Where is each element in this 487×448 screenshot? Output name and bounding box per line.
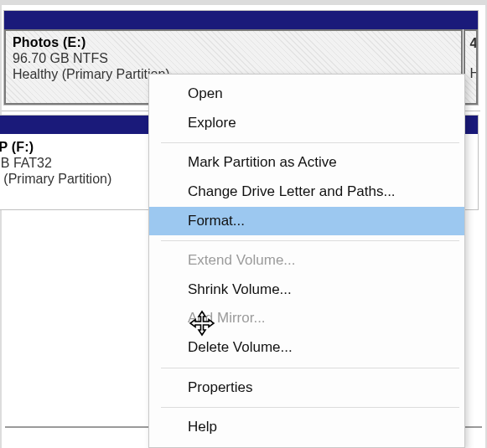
menu-item-explore[interactable]: Explore <box>149 109 464 138</box>
menu-item-delete-volume[interactable]: Delete Volume... <box>149 333 464 363</box>
disk-header-bar <box>4 11 478 29</box>
neighbor-letter: 4 <box>470 36 471 51</box>
menu-item-mark-active[interactable]: Mark Partition as Active <box>149 148 464 178</box>
partition-title: Photos (E:) <box>13 35 454 50</box>
partition-context-menu: Open Explore Mark Partition as Active Ch… <box>148 74 465 448</box>
menu-item-open[interactable]: Open <box>149 80 464 109</box>
menu-item-properties[interactable]: Properties <box>149 373 464 403</box>
menu-separator <box>161 407 459 408</box>
neighbor-health-letter: H <box>470 66 471 81</box>
menu-separator <box>161 368 459 368</box>
menu-item-help[interactable]: Help <box>149 413 464 442</box>
menu-item-add-mirror: Add Mirror... <box>149 304 464 333</box>
menu-separator <box>161 142 459 143</box>
menu-item-extend-volume: Extend Volume... <box>149 246 464 275</box>
menu-separator <box>161 240 459 241</box>
menu-item-shrink-volume[interactable]: Shrink Volume... <box>149 275 464 305</box>
menu-item-change-letter[interactable]: Change Drive Letter and Paths... <box>149 178 464 207</box>
partition-size: 96.70 GB NTFS <box>13 51 454 66</box>
partition-neighbor-right[interactable]: 4 H <box>464 29 478 105</box>
menu-item-format[interactable]: Format... <box>149 207 464 236</box>
